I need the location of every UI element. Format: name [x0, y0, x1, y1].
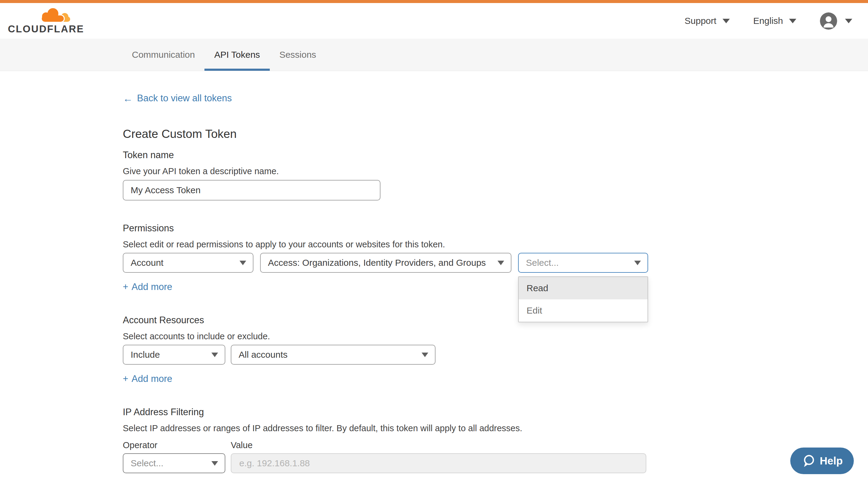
ip-filtering-heading: IP Address Filtering — [123, 407, 868, 418]
operator-label: Operator — [123, 440, 231, 450]
permissions-add-more-label: Add more — [131, 282, 172, 292]
permission-group-select[interactable]: Access: Organizations, Identity Provider… — [260, 253, 512, 273]
chat-bubble-icon — [802, 454, 815, 468]
permission-scope-select[interactable]: Account — [123, 253, 253, 273]
cloudflare-wordmark: CLOUDFLARE — [8, 23, 84, 35]
token-name-heading: Token name — [123, 150, 868, 161]
tab-sessions[interactable]: Sessions — [270, 39, 326, 71]
tab-communication[interactable]: Communication — [122, 39, 205, 71]
back-to-tokens-link[interactable]: ← Back to view all tokens — [123, 93, 232, 104]
permission-access-select[interactable]: Select... — [518, 253, 648, 273]
back-link-label: Back to view all tokens — [137, 93, 232, 104]
user-avatar-icon — [820, 12, 837, 30]
chevron-down-icon — [722, 19, 730, 23]
ip-filtering-description: Select IP addresses or ranges of IP addr… — [123, 423, 868, 433]
token-name-input[interactable] — [123, 180, 380, 200]
permission-scope-value: Account — [131, 258, 163, 268]
support-label: Support — [685, 16, 716, 26]
menu-option-edit[interactable]: Edit — [519, 299, 648, 322]
chevron-down-icon — [211, 461, 218, 466]
ip-filtering-section: IP Address Filtering Select IP addresses… — [123, 407, 868, 473]
chevron-down-icon — [211, 353, 218, 357]
cloudflare-cloud-icon — [39, 7, 71, 23]
permission-access-dropdown: Select... Read Edit — [518, 253, 648, 273]
ip-value-input[interactable] — [231, 453, 646, 473]
page-title: Create Custom Token — [123, 127, 868, 140]
help-button-label: Help — [820, 455, 843, 467]
permissions-heading: Permissions — [123, 223, 868, 234]
account-resources-mode-value: Include — [131, 350, 160, 360]
access-options-menu: Read Edit — [518, 277, 648, 322]
chevron-down-icon — [789, 19, 796, 23]
chevron-down-icon — [422, 353, 428, 357]
permission-access-placeholder: Select... — [526, 258, 559, 268]
permissions-section: Permissions Select edit or read permissi… — [123, 223, 868, 292]
chevron-down-icon — [634, 261, 641, 265]
support-menu[interactable]: Support — [685, 16, 730, 26]
account-resources-heading: Account Resources — [123, 315, 868, 326]
header: CLOUDFLARE Support English — [0, 3, 868, 39]
main-content: ← Back to view all tokens Create Custom … — [0, 71, 868, 473]
account-resources-selection-select[interactable]: All accounts — [231, 345, 435, 365]
help-button[interactable]: Help — [790, 448, 854, 474]
chevron-down-icon — [845, 19, 852, 23]
profile-tabbar: Communication API Tokens Sessions — [0, 39, 868, 71]
permission-group-value: Access: Organizations, Identity Provider… — [268, 258, 486, 268]
account-resources-mode-select[interactable]: Include — [123, 345, 225, 365]
ip-operator-placeholder: Select... — [131, 458, 163, 469]
account-resources-selection-value: All accounts — [239, 350, 288, 360]
back-arrow-icon: ← — [123, 93, 133, 103]
plus-icon: + — [123, 374, 128, 384]
account-resources-description: Select accounts to include or exclude. — [123, 331, 868, 342]
token-name-section: Token name Give your API token a descrip… — [123, 150, 868, 200]
language-label: English — [753, 16, 783, 26]
permissions-description: Select edit or read permissions to apply… — [123, 239, 868, 250]
token-name-description: Give your API token a descriptive name. — [123, 166, 868, 176]
value-label: Value — [231, 440, 252, 450]
active-tab-underline — [205, 69, 270, 71]
brand-accent-bar — [0, 0, 868, 3]
chevron-down-icon — [497, 261, 504, 265]
ip-operator-select[interactable]: Select... — [123, 453, 225, 473]
menu-option-read[interactable]: Read — [519, 277, 648, 299]
tab-api-tokens[interactable]: API Tokens — [205, 39, 270, 71]
account-resources-section: Account Resources Select accounts to inc… — [123, 315, 868, 384]
account-menu[interactable] — [820, 12, 852, 30]
account-resources-add-more-link[interactable]: + Add more — [123, 374, 173, 384]
plus-icon: + — [123, 282, 128, 292]
chevron-down-icon — [240, 261, 246, 265]
language-menu[interactable]: English — [753, 16, 796, 26]
cloudflare-logo[interactable]: CLOUDFLARE — [8, 7, 84, 35]
permissions-add-more-link[interactable]: + Add more — [123, 282, 173, 292]
account-resources-add-more-label: Add more — [131, 374, 172, 384]
